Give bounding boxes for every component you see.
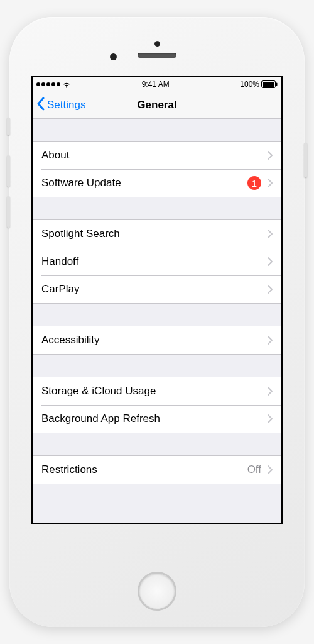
wifi-icon (62, 81, 71, 88)
home-button[interactable] (138, 572, 176, 611)
row-value: Off (247, 464, 261, 476)
chevron-right-icon (268, 465, 273, 474)
row-accessory (268, 151, 273, 160)
row-carplay[interactable]: CarPlay (33, 275, 281, 303)
earpiece-speaker (138, 53, 176, 58)
row-label: Accessibility (41, 334, 100, 347)
row-label: Background App Refresh (41, 413, 160, 425)
row-label: CarPlay (41, 283, 79, 296)
row-label: Handoff (41, 255, 78, 268)
settings-group: Spotlight SearchHandoffCarPlay (33, 219, 281, 304)
row-accessory: Off (247, 464, 273, 476)
chevron-right-icon (268, 151, 273, 160)
row-software-update[interactable]: Software Update1 (33, 169, 281, 197)
iphone-frame: 9:41 AM 100% Settings General AboutSoftw… (9, 17, 305, 627)
row-accessory (268, 230, 273, 238)
settings-group: RestrictionsOff (33, 455, 281, 484)
chevron-right-icon (268, 230, 273, 238)
row-accessory (268, 257, 273, 266)
row-accessibility[interactable]: Accessibility (33, 326, 281, 354)
row-storage-icloud[interactable]: Storage & iCloud Usage (33, 377, 281, 405)
chevron-right-icon (268, 414, 273, 423)
row-label: Software Update (41, 177, 121, 189)
screen: 9:41 AM 100% Settings General AboutSoftw… (31, 76, 283, 524)
chevron-right-icon (268, 257, 273, 266)
group-spacer (33, 197, 281, 219)
row-spotlight-search[interactable]: Spotlight Search (33, 220, 281, 248)
row-accessory: 1 (247, 176, 273, 190)
settings-group: AboutSoftware Update1 (33, 141, 281, 197)
settings-group: Accessibility (33, 326, 281, 355)
row-handoff[interactable]: Handoff (33, 248, 281, 275)
proximity-sensor (110, 53, 117, 60)
svg-rect-2 (276, 83, 277, 86)
row-label: Restrictions (41, 464, 97, 476)
signal-strength-icon (36, 82, 60, 86)
battery-percent: 100% (240, 80, 259, 89)
chevron-right-icon (268, 336, 273, 345)
volume-up-button (7, 155, 10, 187)
group-spacer (33, 119, 281, 141)
battery-icon (261, 80, 278, 88)
chevron-left-icon (36, 97, 47, 114)
row-accessory (268, 414, 273, 423)
group-spacer (33, 304, 281, 326)
row-accessory (268, 387, 273, 396)
chevron-right-icon (268, 285, 273, 294)
row-label: About (41, 149, 69, 162)
status-time: 9:41 AM (142, 80, 170, 89)
notification-badge: 1 (247, 176, 261, 190)
svg-rect-1 (263, 82, 274, 87)
group-spacer (33, 433, 281, 455)
settings-group: Storage & iCloud UsageBackground App Ref… (33, 377, 281, 433)
phone-top-cluster (138, 41, 176, 58)
row-label: Spotlight Search (41, 228, 120, 240)
settings-content[interactable]: AboutSoftware Update1Spotlight SearchHan… (33, 119, 281, 523)
back-label: Settings (47, 99, 85, 111)
mute-switch (7, 118, 10, 135)
volume-down-button (7, 196, 10, 228)
status-bar: 9:41 AM 100% (33, 77, 281, 91)
row-accessory (268, 336, 273, 345)
back-button[interactable]: Settings (36, 91, 85, 119)
chevron-right-icon (268, 179, 273, 187)
navigation-bar: Settings General (33, 91, 281, 119)
row-restrictions[interactable]: RestrictionsOff (33, 456, 281, 484)
page-title: General (137, 99, 176, 111)
row-label: Storage & iCloud Usage (41, 385, 156, 397)
group-spacer (33, 355, 281, 377)
row-accessory (268, 285, 273, 294)
chevron-right-icon (268, 387, 273, 396)
row-about[interactable]: About (33, 142, 281, 169)
camera-dot (154, 41, 160, 47)
row-background-app-refresh[interactable]: Background App Refresh (33, 405, 281, 433)
power-button (304, 143, 307, 177)
